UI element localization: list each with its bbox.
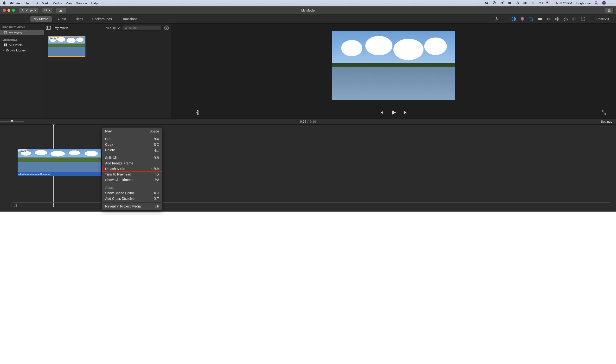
svg-rect-2 <box>509 2 511 4</box>
star-icon <box>4 43 7 47</box>
menu-edit[interactable]: Edit <box>32 1 38 5</box>
sidebar-item-imovie-library[interactable]: ▼ iMovie Library <box>0 48 44 53</box>
svg-point-28 <box>610 4 610 4</box>
close-button[interactable] <box>3 9 6 12</box>
disclosure-triangle-icon[interactable]: ▼ <box>2 49 4 52</box>
menu-help[interactable]: Help <box>91 1 98 5</box>
next-frame-button[interactable] <box>403 110 408 116</box>
ctx-copy[interactable]: Copy⌘C <box>102 142 162 147</box>
location-menubar-icon[interactable] <box>500 1 504 6</box>
battery-menubar-icon[interactable] <box>523 1 527 6</box>
preview-video-area[interactable] <box>171 24 616 108</box>
voiceover-button[interactable] <box>195 110 200 116</box>
svg-point-0 <box>493 1 495 4</box>
info-icon[interactable] <box>581 17 585 21</box>
wechat-menubar-icon[interactable] <box>485 1 489 6</box>
ctx-reveal-in-project-media[interactable]: Reveal in Project Media⇧F <box>102 204 162 209</box>
svg-rect-3 <box>509 4 510 4</box>
timeline-clip[interactable]: 16.2s <box>17 149 102 176</box>
projects-back-button[interactable]: Projects <box>18 8 39 13</box>
browser-settings-button[interactable] <box>164 25 169 30</box>
siri-icon[interactable] <box>602 1 606 6</box>
svg-rect-36 <box>538 18 541 20</box>
menu-mark[interactable]: Mark <box>42 1 49 5</box>
maximize-button[interactable] <box>12 9 15 12</box>
flag-menubar-icon[interactable] <box>547 1 550 6</box>
notification-center-icon[interactable] <box>610 1 614 6</box>
svg-line-21 <box>597 4 598 4</box>
timeline-settings-button[interactable]: Settings <box>601 120 612 123</box>
menu-file[interactable]: File <box>24 1 29 5</box>
enhance-icon[interactable] <box>494 17 499 21</box>
mid-section: PROJECT MEDIA My Movie LIBRARIES All Eve… <box>0 24 616 118</box>
tab-transitions[interactable]: Transitions <box>118 16 141 22</box>
import-button[interactable] <box>55 8 66 13</box>
timeline-zoom-slider[interactable] <box>0 121 24 122</box>
background-audio-well[interactable] <box>12 202 611 208</box>
tab-backgrounds[interactable]: Backgrounds <box>89 16 115 22</box>
ctx-trim-to-playhead[interactable]: Trim To Playhead⌥/ <box>102 172 162 177</box>
window-title: My Movie <box>301 9 315 12</box>
svg-point-27 <box>610 3 610 3</box>
ctx-delete[interactable]: Delete <box>102 147 162 153</box>
ctx-split-clip[interactable]: Split Clip⌘B <box>102 155 162 161</box>
svg-point-57 <box>125 27 127 28</box>
svg-rect-69 <box>197 110 198 113</box>
macos-menubar: iMovie File Edit Mark Modify View Window… <box>0 0 616 6</box>
tab-titles[interactable]: Titles <box>72 16 86 22</box>
speed-icon[interactable] <box>563 17 568 21</box>
window-titlebar: Projects ▾ My Movie <box>0 6 616 14</box>
clip-filter-dropdown[interactable]: All Clips ▴▾ <box>106 26 121 30</box>
tab-audio[interactable]: Audio <box>54 16 69 22</box>
spotlight-icon[interactable] <box>594 1 598 6</box>
browser-title: My Movie <box>55 26 68 30</box>
noise-reduction-icon[interactable] <box>555 17 560 21</box>
crop-icon[interactable] <box>529 17 534 21</box>
menu-window[interactable]: Window <box>76 1 87 5</box>
wifi-menubar-icon[interactable] <box>531 1 535 6</box>
media-browser: My Movie All Clips ▴▾ Search 16.2s <box>44 24 171 118</box>
ctx-detach-audio[interactable]: Detach Audio⌥⌘B <box>102 166 162 172</box>
sidebar-item-all-events[interactable]: All Events <box>0 42 44 48</box>
sidebar: PROJECT MEDIA My Movie LIBRARIES All Eve… <box>0 24 44 118</box>
stabilization-icon[interactable] <box>537 17 542 21</box>
sidebar-item-my-movie[interactable]: My Movie <box>0 30 44 35</box>
volume-icon[interactable] <box>546 17 551 21</box>
color-correction-icon[interactable] <box>520 17 525 21</box>
clip-filter-icon[interactable] <box>572 17 577 21</box>
control-center-menubar-icon[interactable] <box>539 1 543 6</box>
tab-my-media[interactable]: My Media <box>30 16 52 22</box>
ctx-add-freeze-frame[interactable]: Add Freeze Frame <box>102 161 162 166</box>
apple-icon[interactable] <box>2 1 6 6</box>
display-menubar-icon[interactable] <box>508 1 512 6</box>
svg-rect-19 <box>547 1 548 3</box>
ctx-show-clip-trimmer[interactable]: Show Clip Trimmer⌘\ <box>102 177 162 183</box>
fullscreen-button[interactable] <box>602 110 606 116</box>
sidebar-toggle-icon[interactable] <box>46 26 51 30</box>
clock[interactable]: Thu 8:26 PM <box>554 1 572 5</box>
timeline[interactable]: 16.2s PlaySpace Cut⌘X Copy⌘C Delete Spli… <box>0 125 616 212</box>
library-list-button[interactable]: ▾ <box>42 8 52 13</box>
ctx-cut[interactable]: Cut⌘X <box>102 136 162 142</box>
svg-point-20 <box>595 1 597 4</box>
user-name[interactable]: toughouse <box>576 1 590 5</box>
preview-viewer <box>171 24 616 118</box>
minimize-button[interactable] <box>7 9 10 12</box>
share-button[interactable] <box>605 8 614 13</box>
bluetooth-menubar-icon[interactable] <box>516 1 520 6</box>
prev-frame-button[interactable] <box>379 110 384 116</box>
menu-modify[interactable]: Modify <box>53 1 62 5</box>
search-help-menubar-icon[interactable] <box>493 1 496 6</box>
search-input[interactable]: Search <box>123 25 161 30</box>
ctx-show-speed-editor[interactable]: Show Speed Editor⌘R <box>102 190 162 196</box>
svg-rect-29 <box>44 9 46 11</box>
reset-all-button[interactable]: Reset All <box>597 17 609 21</box>
svg-rect-16 <box>547 3 550 3</box>
ctx-play[interactable]: PlaySpace <box>102 129 162 134</box>
media-clip-thumbnail[interactable]: 16.2s <box>48 36 85 57</box>
app-name[interactable]: iMovie <box>10 1 20 5</box>
play-button[interactable] <box>390 109 397 117</box>
color-balance-icon[interactable] <box>511 17 516 21</box>
ctx-add-cross-dissolve[interactable]: Add Cross Dissolve⌘T <box>102 196 162 201</box>
menu-view[interactable]: View <box>66 1 72 5</box>
